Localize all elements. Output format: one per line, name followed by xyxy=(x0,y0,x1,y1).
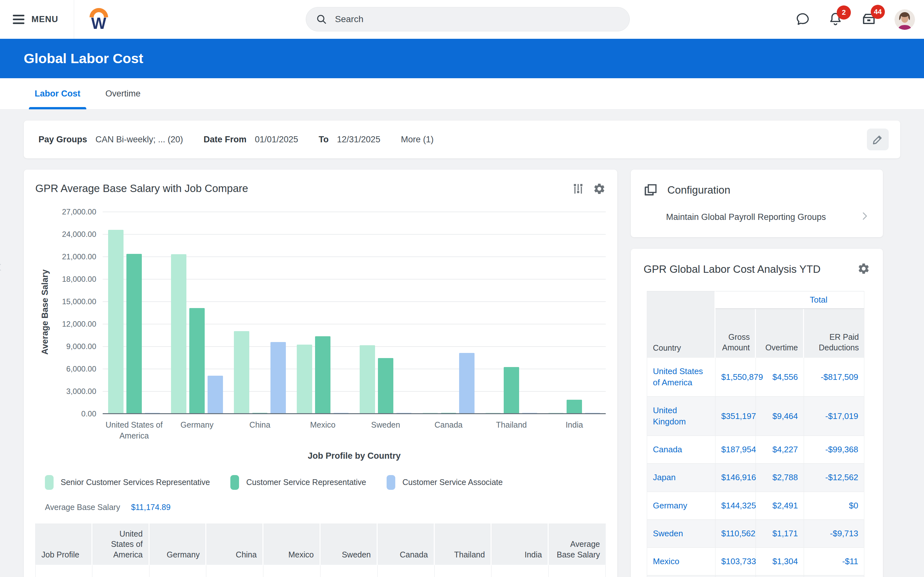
top-bar: MENU W 2 44 xyxy=(0,0,924,39)
column-header[interactable]: Job Profile xyxy=(35,524,92,565)
chart-settings-button[interactable] xyxy=(572,182,585,197)
gross-amount-link[interactable]: $1,550,879 xyxy=(716,358,756,397)
bar[interactable] xyxy=(108,230,124,414)
notifications-button[interactable]: 2 xyxy=(828,11,843,28)
value-link[interactable]: $15,090.04 xyxy=(549,565,606,577)
overtime-link[interactable]: $1,304 xyxy=(756,548,804,576)
overtime-link[interactable]: $2,491 xyxy=(756,492,804,520)
column-header-er-paid-deductions[interactable]: ER Paid Deductions xyxy=(804,309,864,358)
country-link[interactable]: Sweden xyxy=(647,520,716,548)
er-paid-deductions-link[interactable]: -$99,368 xyxy=(804,436,864,464)
value-link[interactable]: $11,056.99 xyxy=(206,565,263,577)
maintain-groups-link[interactable]: Maintain Global Payroll Reporting Groups xyxy=(666,211,870,224)
country-link[interactable]: Canada xyxy=(647,436,716,464)
value: 0.00 xyxy=(491,565,549,577)
bar[interactable] xyxy=(234,331,249,414)
column-header-gross-amount[interactable]: Gross Amount xyxy=(716,309,756,358)
country-link[interactable]: Germany xyxy=(647,492,716,520)
bar[interactable] xyxy=(270,342,286,414)
er-paid-deductions-link[interactable]: -$11 xyxy=(804,548,864,576)
analysis-row: Sweden$110,562$1,171-$9,713 xyxy=(647,520,864,548)
overtime-link[interactable]: $2,788 xyxy=(756,464,804,492)
job-profile-link[interactable]: Senior CustomServices xyxy=(35,565,92,577)
gross-amount-link[interactable]: $110,562 xyxy=(716,520,756,548)
bar[interactable] xyxy=(504,367,519,414)
column-header-overtime[interactable]: Overtime xyxy=(756,309,804,358)
country-link[interactable]: Japan xyxy=(647,464,716,492)
er-paid-deductions-link[interactable]: -$12,562 xyxy=(804,464,864,492)
value-link[interactable]: $21,344.32 xyxy=(150,565,207,577)
x-axis-title: Job Profile by Country xyxy=(103,451,606,461)
bar[interactable] xyxy=(297,345,312,414)
analysis-gear-button[interactable] xyxy=(857,262,870,276)
column-header[interactable]: Thailand xyxy=(435,524,492,565)
bar[interactable] xyxy=(360,345,375,414)
overtime-link[interactable]: $1,171 xyxy=(756,520,804,548)
bar[interactable] xyxy=(378,358,393,414)
column-header[interactable]: Mexico xyxy=(263,524,320,565)
search-input[interactable] xyxy=(334,14,620,25)
country-link[interactable]: United Kingdom xyxy=(647,397,716,436)
page-title: Global Labor Cost xyxy=(24,51,144,66)
average-value-link[interactable]: $11,174.89 xyxy=(131,503,170,512)
er-paid-deductions-link[interactable]: -$9,713 xyxy=(804,520,864,548)
column-header[interactable]: India xyxy=(491,524,549,565)
legend-item[interactable]: Senior Customer Services Representative xyxy=(45,475,210,490)
gross-amount-link[interactable]: $103,733 xyxy=(716,548,756,576)
value-link[interactable]: $24,589.46 xyxy=(92,565,150,577)
er-paid-deductions-link[interactable]: $0 xyxy=(804,492,864,520)
column-header[interactable]: China xyxy=(206,524,263,565)
country-link[interactable]: United States of America xyxy=(647,358,716,397)
inbox-button[interactable]: 44 xyxy=(861,11,877,29)
er-paid-deductions-link[interactable]: -$17,019 xyxy=(804,397,864,436)
configuration-title: Configuration xyxy=(667,184,730,196)
gross-amount-link[interactable]: $187,954 xyxy=(716,436,756,464)
tab-overtime[interactable]: Overtime xyxy=(100,78,147,109)
search-bar[interactable] xyxy=(306,7,630,31)
y-axis-title: Average Base Salary xyxy=(40,264,50,360)
menu-button[interactable]: MENU xyxy=(13,15,58,24)
column-header[interactable]: United States of America xyxy=(92,524,150,565)
chart-title: GPR Average Base Salary with Job Compare xyxy=(35,182,248,195)
maintain-groups-label: Maintain Global Payroll Reporting Groups xyxy=(666,212,826,222)
analysis-row: Mexico$103,733$1,304-$11 xyxy=(647,548,864,576)
chart-gear-button[interactable] xyxy=(593,182,606,197)
value-link[interactable]: $9,269.84 xyxy=(263,565,320,577)
column-header[interactable]: Germany xyxy=(150,524,207,565)
column-header[interactable]: Canada xyxy=(378,524,435,565)
bar-group xyxy=(103,212,166,414)
column-header[interactable]: Average Base Salary xyxy=(549,524,606,565)
column-group-total[interactable]: Total xyxy=(716,291,864,309)
gross-amount-link[interactable]: $146,916 xyxy=(716,464,756,492)
column-header-country[interactable]: Country xyxy=(647,291,716,358)
bar[interactable] xyxy=(208,376,223,414)
bar[interactable] xyxy=(171,254,186,414)
gross-amount-link[interactable]: $144,325 xyxy=(716,492,756,520)
chat-button[interactable] xyxy=(795,11,811,28)
overtime-link[interactable]: $9,464 xyxy=(756,397,804,436)
avatar[interactable] xyxy=(895,9,915,30)
legend-item[interactable]: Customer Service Representative xyxy=(230,475,366,490)
bar[interactable] xyxy=(315,336,330,414)
edit-filters-button[interactable] xyxy=(867,129,889,150)
workday-logo[interactable]: W xyxy=(89,8,108,31)
column-header[interactable]: Sweden xyxy=(320,524,378,565)
value: 0.00 xyxy=(378,565,435,577)
er-paid-deductions-link[interactable]: -$817,509 xyxy=(804,358,864,397)
bar-group xyxy=(291,212,354,414)
overtime-link[interactable]: $4,556 xyxy=(756,358,804,397)
country-link[interactable]: Mexico xyxy=(647,548,716,576)
bar[interactable] xyxy=(189,308,205,414)
filter-more[interactable]: More (1) xyxy=(401,135,433,145)
bar[interactable] xyxy=(459,353,475,414)
hamburger-icon xyxy=(13,15,24,24)
panel-collapse-arrow[interactable]: ‹ xyxy=(0,256,2,276)
overtime-link[interactable]: $4,227 xyxy=(756,436,804,464)
bar[interactable] xyxy=(567,400,582,414)
tab-labor-cost[interactable]: Labor Cost xyxy=(29,78,86,109)
chart-legend: Senior Customer Services RepresentativeC… xyxy=(45,475,606,490)
legend-item[interactable]: Customer Service Associate xyxy=(387,475,503,490)
bar[interactable] xyxy=(126,254,142,414)
gross-amount-link[interactable]: $351,197 xyxy=(716,397,756,436)
value-link[interactable]: $9,189.59 xyxy=(320,565,378,577)
